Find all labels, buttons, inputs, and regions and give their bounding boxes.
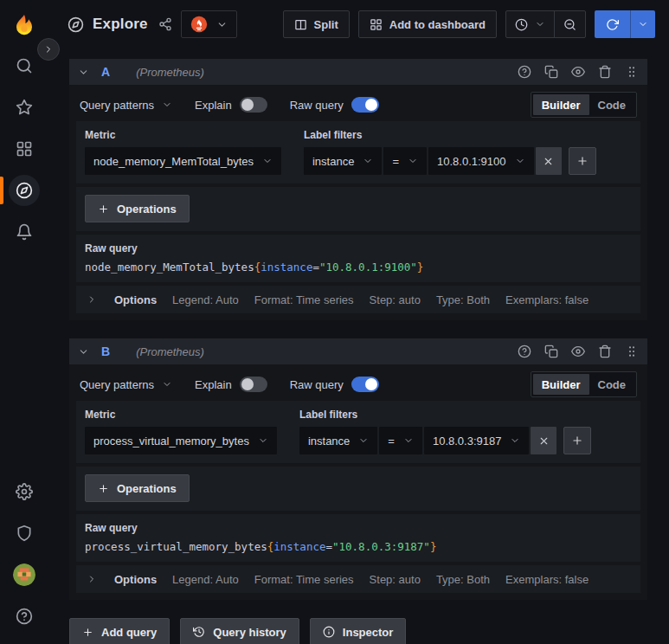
remove-filter-button[interactable] <box>536 147 562 175</box>
explain-toggle[interactable] <box>240 97 267 113</box>
explain-toggle[interactable] <box>240 377 267 392</box>
query-options-toggle[interactable]: Options Legend: Auto Format: Time series… <box>76 286 640 313</box>
filter-value-select[interactable]: 10.8.0.3:9187 <box>424 427 530 454</box>
sidebar-item-starred[interactable] <box>0 87 48 128</box>
explain-label: Explain <box>195 99 232 112</box>
main-area: Explore Split Add to dashboard <box>48 0 669 644</box>
filter-operator-select[interactable]: = <box>383 147 427 175</box>
run-query-button[interactable] <box>595 10 630 38</box>
query-b-header: B (Prometheus) <box>69 338 647 364</box>
add-filter-button[interactable] <box>569 147 596 175</box>
secondary-actions: Add query Query history Inspector <box>69 618 647 644</box>
sidebar-item-server-admin[interactable] <box>0 512 48 554</box>
add-operation-button[interactable]: Operations <box>85 474 190 502</box>
datasource-picker[interactable] <box>181 10 237 38</box>
split-button[interactable]: Split <box>283 10 350 38</box>
collapse-chevron-icon[interactable] <box>78 67 89 78</box>
query-patterns-label: Query patterns <box>80 378 154 391</box>
options-exemplars: Exemplars: false <box>505 293 589 306</box>
time-picker-button[interactable] <box>506 11 554 37</box>
raw-equals: = <box>325 540 332 553</box>
eye-icon[interactable] <box>571 65 585 79</box>
metric-select[interactable]: node_memory_MemTotal_bytes <box>85 147 281 175</box>
split-label: Split <box>314 18 338 31</box>
close-x-icon <box>543 156 554 167</box>
trash-icon[interactable] <box>598 345 612 358</box>
dashboard-grid-icon <box>370 18 383 31</box>
operations-label: Operations <box>117 482 177 495</box>
gear-icon <box>16 483 33 500</box>
query-ref-id[interactable]: A <box>101 65 110 79</box>
run-query-interval-button[interactable] <box>630 10 655 38</box>
add-operation-button[interactable]: Operations <box>85 195 190 222</box>
raw-query-expression: node_memory_MemTotal_bytes{instance="10.… <box>85 261 632 274</box>
query-history-button[interactable]: Query history <box>180 618 299 644</box>
sidebar-item-configuration[interactable] <box>0 471 48 512</box>
chevron-down-icon <box>363 156 373 166</box>
copy-icon[interactable] <box>544 65 558 79</box>
chevron-down-icon <box>162 100 172 110</box>
prometheus-logo <box>190 16 208 33</box>
eye-icon[interactable] <box>571 345 585 358</box>
grafana-logo[interactable] <box>7 7 42 45</box>
query-options-toggle[interactable]: Options Legend: Auto Format: Time series… <box>76 565 640 593</box>
drag-handle-icon[interactable] <box>625 345 639 358</box>
drag-handle-icon[interactable] <box>625 65 639 79</box>
add-filter-button[interactable] <box>563 427 591 454</box>
sidebar-item-alerting[interactable] <box>0 211 48 253</box>
inspector-button[interactable]: Inspector <box>310 618 407 644</box>
filter-label-value: instance <box>312 155 354 168</box>
chevron-down-icon <box>162 379 172 390</box>
raw-query-toggle-label: Raw query <box>290 378 344 391</box>
raw-metric: node_memory_MemTotal_bytes <box>85 261 254 274</box>
trash-icon[interactable] <box>598 65 612 79</box>
chevron-down-icon <box>510 435 520 446</box>
zoom-out-time-button[interactable] <box>554 11 585 37</box>
chevron-down-icon <box>408 156 418 166</box>
sidebar-item-dashboards[interactable] <box>0 128 48 170</box>
query-a-header: A (Prometheus) <box>69 59 647 85</box>
raw-query-expression: process_virtual_memory_bytes{instance="1… <box>85 540 632 553</box>
add-to-dashboard-label: Add to dashboard <box>389 18 486 31</box>
add-to-dashboard-button[interactable]: Add to dashboard <box>358 10 497 38</box>
sidebar-item-explore[interactable] <box>0 170 48 211</box>
filter-label-select[interactable]: instance <box>299 427 377 454</box>
metric-filters-panel: Metric node_memory_MemTotal_bytes Label … <box>76 121 640 184</box>
inspector-label: Inspector <box>343 626 394 639</box>
metric-value: process_virtual_memory_bytes <box>93 435 249 448</box>
raw-query-toggle[interactable] <box>351 377 379 392</box>
expand-sidebar-button[interactable] <box>37 38 60 61</box>
sidebar-item-help[interactable] <box>0 596 48 637</box>
filter-operator-value: = <box>388 435 395 448</box>
filter-label-value: instance <box>308 435 350 448</box>
builder-mode-option[interactable]: Builder <box>533 374 589 395</box>
filter-value-select[interactable]: 10.8.0.1:9100 <box>428 147 534 175</box>
raw-label-name: instance <box>261 261 312 274</box>
help-circle-icon[interactable] <box>518 65 531 79</box>
code-mode-option[interactable]: Code <box>589 94 635 115</box>
code-mode-option[interactable]: Code <box>589 374 635 395</box>
query-a-actions <box>518 65 639 79</box>
help-circle-icon[interactable] <box>518 345 531 358</box>
add-query-button[interactable]: Add query <box>69 618 170 644</box>
metric-select[interactable]: process_virtual_memory_bytes <box>85 427 277 454</box>
share-icon[interactable] <box>158 17 172 31</box>
help-circle-icon <box>16 608 33 625</box>
raw-query-toggle-label: Raw query <box>290 99 344 112</box>
builder-mode-option[interactable]: Builder <box>533 94 589 115</box>
filter-label-select[interactable]: instance <box>304 147 382 175</box>
search-icon <box>16 57 33 74</box>
explain-toggle-group: Explain <box>195 377 267 392</box>
sidebar <box>0 0 48 644</box>
filter-operator-value: = <box>392 155 399 168</box>
filter-operator-select[interactable]: = <box>379 427 422 454</box>
toggle-knob <box>241 378 254 390</box>
query-patterns-dropdown[interactable]: Query patterns <box>80 378 172 391</box>
remove-filter-button[interactable] <box>531 427 556 454</box>
raw-query-toggle[interactable] <box>351 97 379 113</box>
collapse-chevron-icon[interactable] <box>78 346 89 357</box>
query-ref-id[interactable]: B <box>101 345 110 358</box>
sidebar-item-profile[interactable] <box>0 554 48 596</box>
query-patterns-dropdown[interactable]: Query patterns <box>80 99 172 112</box>
copy-icon[interactable] <box>544 345 558 358</box>
